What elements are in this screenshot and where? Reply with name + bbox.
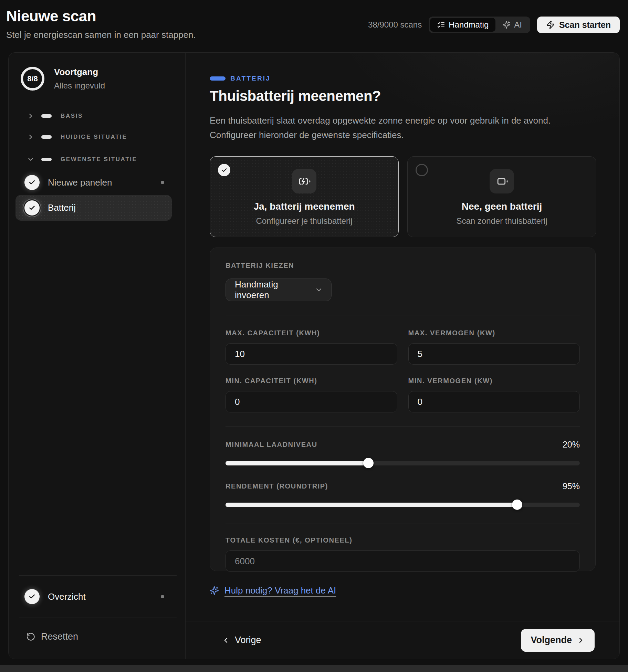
divider bbox=[226, 315, 580, 315]
reset-label: Resetten bbox=[41, 631, 78, 642]
slider-rendement: RENDEMENT (ROUNDTRIP) 95% bbox=[226, 481, 580, 510]
page-title: Nieuwe scan bbox=[6, 8, 196, 25]
description-line: Een thuisbatterij slaat overdag opgewekt… bbox=[210, 113, 551, 128]
divider bbox=[19, 575, 177, 576]
slider-value: 95% bbox=[563, 481, 580, 491]
sidebar-section-basis[interactable]: BASIS bbox=[27, 110, 83, 122]
notification-dot bbox=[161, 181, 164, 184]
slider-thumb[interactable] bbox=[363, 458, 374, 468]
option-cards: Ja, batterij meenemen Configureer je thu… bbox=[210, 156, 596, 237]
list-checks-icon bbox=[437, 21, 445, 29]
progress-fraction: 8/8 bbox=[27, 74, 38, 83]
mode-manual-button[interactable]: Handmatig bbox=[430, 18, 495, 32]
option-card-battery-yes[interactable]: Ja, batterij meenemen Configureer je thu… bbox=[210, 156, 399, 237]
step-indicator: BATTERIJ bbox=[210, 75, 271, 82]
content-heading: Thuisbatterij meenemen? bbox=[210, 88, 381, 104]
field-label: TOTALE KOSTEN (€, OPTIONEEL) bbox=[226, 536, 353, 544]
slider-track-area[interactable] bbox=[226, 458, 580, 468]
ai-help-link[interactable]: Hulp nodig? Vraag het de AI bbox=[210, 585, 336, 596]
divider bbox=[226, 524, 580, 524]
previous-button[interactable]: Vorige bbox=[222, 635, 261, 645]
slider-fill bbox=[226, 461, 368, 465]
field-totale-kosten: TOTALE KOSTEN (€, OPTIONEEL) bbox=[226, 536, 580, 572]
main-panel: 8/8 Voortgang Alles ingevuld BASIS HUIDI… bbox=[8, 52, 620, 659]
lightning-icon bbox=[546, 20, 555, 29]
field-max-vermogen: MAX. VERMOGEN (KW) bbox=[408, 329, 580, 365]
option-title: Ja, batterij meenemen bbox=[253, 201, 355, 212]
notification-dot bbox=[161, 595, 164, 598]
field-min-vermogen: MIN. VERMOGEN (KW) bbox=[408, 377, 580, 412]
progress-ring: 8/8 bbox=[21, 67, 44, 91]
sidebar-item-overzicht[interactable]: Overzicht bbox=[15, 586, 172, 607]
divider bbox=[19, 618, 177, 618]
slider-label: MINIMAAL LAADNIVEAU bbox=[226, 441, 317, 449]
field-min-capaciteit: MIN. CAPACITEIT (KWH) bbox=[226, 377, 397, 412]
chevron-down-icon bbox=[315, 286, 323, 294]
sidebar-item-nieuwe-panelen[interactable]: Nieuwe panelen bbox=[15, 172, 172, 193]
sidebar-section-huidige-situatie[interactable]: HUIDIGE SITUATIE bbox=[27, 131, 127, 143]
min-vermogen-input[interactable] bbox=[408, 391, 580, 412]
scan-start-label: Scan starten bbox=[559, 20, 611, 30]
step-label: BATTERIJ bbox=[230, 75, 271, 82]
section-label: BASIS bbox=[61, 113, 83, 119]
description-line: Configureer hieronder de gewenste specif… bbox=[210, 128, 551, 142]
section-pill bbox=[41, 158, 52, 161]
sidebar-item-label: Batterij bbox=[48, 202, 76, 213]
reset-icon bbox=[26, 632, 35, 641]
progress: 8/8 Voortgang Alles ingevuld bbox=[21, 67, 105, 91]
sidebar-section-gewenste-situatie[interactable]: GEWENSTE SITUATIE bbox=[27, 154, 137, 165]
next-label: Volgende bbox=[531, 635, 572, 645]
field-label: MAX. VERMOGEN (KW) bbox=[408, 329, 580, 337]
section-label: HUIDIGE SITUATIE bbox=[61, 134, 127, 140]
divider bbox=[226, 426, 580, 427]
battery-select-label: BATTERIJ KIEZEN bbox=[226, 262, 294, 269]
slider-label: RENDEMENT (ROUNDTRIP) bbox=[226, 482, 328, 490]
max-capaciteit-input[interactable] bbox=[226, 343, 397, 365]
field-label: MIN. VERMOGEN (KW) bbox=[408, 377, 580, 385]
slider-track-area[interactable] bbox=[226, 500, 580, 510]
battery-form: BATTERIJ KIEZEN Handmatig invoeren MAX. … bbox=[210, 248, 596, 571]
wizard-footer: Vorige Volgende bbox=[186, 621, 619, 659]
option-title: Nee, geen batterij bbox=[462, 201, 542, 212]
progress-subtitle: Alles ingevuld bbox=[54, 81, 105, 91]
mode-ai-button[interactable]: AI bbox=[495, 18, 529, 32]
page-subtitle: Stel je energiescan samen in een paar st… bbox=[6, 30, 196, 40]
reset-button[interactable]: Resetten bbox=[26, 628, 78, 645]
chevron-right-icon bbox=[27, 133, 34, 141]
next-button[interactable]: Volgende bbox=[521, 629, 595, 652]
slider-minimaal-laadniveau: MINIMAAL LAADNIVEAU 20% bbox=[226, 440, 580, 468]
scan-start-button[interactable]: Scan starten bbox=[537, 17, 620, 33]
battery-select-dropdown[interactable]: Handmatig invoeren bbox=[226, 279, 332, 301]
section-pill bbox=[41, 114, 52, 118]
slider-value: 20% bbox=[563, 440, 580, 450]
previous-label: Vorige bbox=[235, 635, 261, 645]
chevron-right-icon bbox=[27, 112, 34, 120]
header-actions: 38/9000 scans Handmatig AI Scan starten bbox=[368, 17, 620, 33]
slider-thumb[interactable] bbox=[512, 500, 522, 510]
content-description: Een thuisbatterij slaat overdag opgewekt… bbox=[210, 113, 551, 142]
mode-manual-label: Handmatig bbox=[449, 20, 489, 30]
totale-kosten-input[interactable] bbox=[226, 550, 580, 572]
scans-counter: 38/9000 scans bbox=[368, 20, 422, 30]
option-subtitle: Scan zonder thuisbatterij bbox=[456, 216, 547, 226]
sidebar-item-label: Overzicht bbox=[48, 591, 86, 602]
sparkles-icon bbox=[502, 21, 511, 29]
check-circle-icon bbox=[24, 175, 40, 190]
field-label: MIN. CAPACITEIT (KWH) bbox=[226, 377, 397, 385]
min-capaciteit-input[interactable] bbox=[226, 391, 397, 412]
bottom-edge-bar bbox=[0, 665, 628, 672]
ai-help-link-label: Hulp nodig? Vraag het de AI bbox=[224, 585, 336, 596]
capacity-fields: MAX. CAPACITEIT (KWH) MAX. VERMOGEN (KW)… bbox=[226, 329, 580, 412]
option-card-battery-no[interactable]: Nee, geen batterij Scan zonder thuisbatt… bbox=[407, 156, 596, 237]
check-circle-icon bbox=[24, 589, 40, 604]
sidebar-item-batterij[interactable]: Batterij bbox=[15, 195, 172, 221]
option-subtitle: Configureer je thuisbatterij bbox=[256, 216, 352, 226]
slider-fill bbox=[226, 503, 517, 507]
max-vermogen-input[interactable] bbox=[408, 343, 580, 365]
progress-title: Voortgang bbox=[54, 67, 105, 77]
mode-ai-label: AI bbox=[514, 20, 522, 30]
section-pill bbox=[41, 135, 52, 139]
section-label: GEWENSTE SITUATIE bbox=[61, 156, 137, 163]
chevron-left-icon bbox=[222, 636, 230, 644]
battery-charging-icon bbox=[292, 169, 316, 193]
